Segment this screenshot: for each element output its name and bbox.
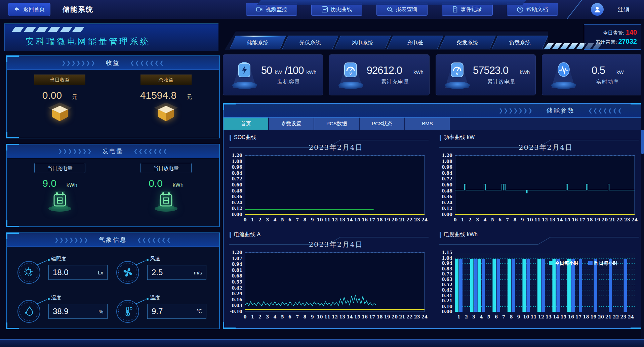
tab-photovoltaic[interactable]: 光伏系统 <box>282 36 338 49</box>
battery-icon <box>237 61 252 78</box>
svg-text:0: 0 <box>243 217 246 222</box>
storage-params-header: ❯❯❯❯❯❯❯ 储能参数 ❮❮❮❮❮❮❮ <box>224 104 643 118</box>
svg-text:8: 8 <box>513 217 516 222</box>
svg-text:18: 18 <box>587 217 593 222</box>
logout-button[interactable]: 注销 <box>618 6 629 13</box>
wind-speed-unit: m/s <box>194 270 202 275</box>
svg-text:0.00: 0.00 <box>232 212 242 217</box>
svg-text:11: 11 <box>324 217 330 222</box>
svg-text:12: 12 <box>538 314 544 319</box>
irradiance-item: 辐照度 18.0 Lx <box>15 254 114 287</box>
tab-bms[interactable]: BMS <box>405 118 450 130</box>
generation-panel-title: 发电量 <box>103 147 124 155</box>
temperature-value-box: 9.7 ℃ <box>147 304 206 319</box>
temperature-item: 温度 9.7 ℃ <box>114 293 212 326</box>
svg-text:0.03: 0.03 <box>232 303 242 308</box>
svg-text:10: 10 <box>527 217 533 222</box>
svg-text:0.83: 0.83 <box>442 266 452 271</box>
svg-text:8: 8 <box>303 217 306 222</box>
current-chart-date: 2023年2月4日 <box>245 240 427 249</box>
total-discharge-label: 累计放电量 <box>472 79 531 86</box>
today-alarm-value: 140 <box>626 29 637 36</box>
tab-pcs-data[interactable]: PCS数据 <box>314 118 359 130</box>
svg-text:0.52: 0.52 <box>442 282 452 287</box>
chevrons-left-icon: ❮❮❮❮❮❮❮ <box>134 148 168 154</box>
svg-text:0.00: 0.00 <box>442 309 452 314</box>
tab-charging-pile[interactable]: 充电桩 <box>387 36 443 49</box>
revenue-panel-title: 收益 <box>106 59 120 67</box>
svg-text:6: 6 <box>288 314 291 319</box>
section-bar-icon <box>230 232 231 238</box>
svg-text:11: 11 <box>324 314 330 319</box>
temperature-value: 9.7 <box>152 307 163 316</box>
stat-card-total-discharge: V 57523.0 kWh 累计放电量 <box>436 54 536 95</box>
svg-text:2: 2 <box>468 217 471 222</box>
daily-discharge-value: 0.0 <box>149 178 163 189</box>
stat-card-row: 50 kW /100 kWh 装机容量 V 926 <box>223 54 642 95</box>
total-revenue-unit: 元 <box>187 94 192 101</box>
svg-text:1: 1 <box>461 217 464 222</box>
svg-text:15: 15 <box>354 217 360 222</box>
svg-text:20: 20 <box>598 314 604 319</box>
capacity-kwh-value: /100 <box>285 64 304 77</box>
capacity-kw-unit: kW <box>275 69 282 75</box>
daily-charge-value: 9.0 <box>42 178 56 189</box>
page-scrollbar-thumb[interactable] <box>641 130 644 154</box>
chevrons-right-icon: ❯❯❯❯❯❯❯ <box>499 107 533 114</box>
stat-card-total-charge: V 92612.0 kWh 累计充电量 <box>329 54 429 95</box>
back-home-button[interactable]: 返回首页 <box>8 3 50 16</box>
svg-text:20: 20 <box>601 217 607 222</box>
system-tabs: 储能系统 光伏系统 风电系统 充电桩 柴发系统 负载系统 <box>233 36 545 49</box>
power-chart-plot: 1.201.080.960.840.720.600.480.360.240.12… <box>436 152 638 229</box>
svg-text:3: 3 <box>266 314 269 319</box>
total-alarm-label: 累计告警: <box>595 39 617 45</box>
svg-text:5: 5 <box>491 217 494 222</box>
tab-home[interactable]: 首页 <box>224 118 268 130</box>
page-scrollbar-track[interactable] <box>641 19 644 340</box>
tab-param-settings[interactable]: 参数设置 <box>269 118 314 130</box>
svg-text:4: 4 <box>273 314 276 319</box>
svg-text:15: 15 <box>564 217 570 222</box>
today-alarm-label: 今日告警: <box>603 30 624 36</box>
tab-diesel-gen[interactable]: 柴发系统 <box>439 36 496 49</box>
tab-load-system[interactable]: 负载系统 <box>492 36 548 49</box>
generation-panel: ❯❯❯❯❯❯❯ 发电量 ❮❮❮❮❮❮❮ 当日充电量 9.0 kWh <box>6 144 220 227</box>
svg-text:0.42: 0.42 <box>232 286 242 291</box>
tab-pcs-status[interactable]: PCS状态 <box>360 118 404 130</box>
svg-text:15: 15 <box>354 314 360 319</box>
svg-text:14: 14 <box>553 314 559 319</box>
weather-panel-header: ❯❯❯❯❯❯❯ 气象信息 ❮❮❮❮❮❮❮ <box>7 233 219 247</box>
svg-text:13: 13 <box>339 314 345 319</box>
help-icon: ? <box>517 6 523 13</box>
user-avatar[interactable] <box>591 3 604 16</box>
svg-text:21: 21 <box>605 314 611 319</box>
svg-text:10: 10 <box>523 314 529 319</box>
svg-text:2: 2 <box>258 217 261 222</box>
tab-energy-storage[interactable]: 储能系统 <box>230 36 286 49</box>
svg-text:11: 11 <box>530 314 536 319</box>
gauge-icon: V <box>343 61 358 78</box>
svg-text:7: 7 <box>296 217 299 222</box>
svg-text:12: 12 <box>332 217 338 222</box>
svg-text:23: 23 <box>624 217 630 222</box>
svg-text:0.55: 0.55 <box>232 279 242 285</box>
svg-text:1.07: 1.07 <box>232 256 242 261</box>
svg-text:22: 22 <box>406 314 412 319</box>
soc-chart-title: SOC曲线 <box>234 134 256 141</box>
weather-panel: ❯❯❯❯❯❯❯ 气象信息 ❮❮❮❮❮❮❮ <box>6 232 220 329</box>
svg-text:0.21: 0.21 <box>442 298 452 303</box>
charts-grid: SOC曲线 2023年2月4日 1.201.080.960.840.720.60… <box>226 132 640 326</box>
svg-text:0.36: 0.36 <box>442 194 452 199</box>
connector-line <box>37 297 48 303</box>
wind-speed-value-box: 2.5 m/s <box>147 265 206 280</box>
chevrons-right-icon: ❯❯❯❯❯❯❯ <box>58 148 92 154</box>
svg-text:4: 4 <box>273 217 276 222</box>
svg-text:6: 6 <box>494 314 497 319</box>
svg-text:昨日每小时: 昨日每小时 <box>594 260 618 266</box>
total-revenue-value: 41594.8 <box>140 90 176 101</box>
tab-wind-power[interactable]: 风电系统 <box>334 36 391 49</box>
irradiance-value: 18.0 <box>53 268 69 277</box>
svg-text:0.73: 0.73 <box>442 271 452 276</box>
chevrons-left-icon: ❮❮❮❮❮❮❮ <box>130 60 164 66</box>
svg-text:11: 11 <box>534 217 540 222</box>
